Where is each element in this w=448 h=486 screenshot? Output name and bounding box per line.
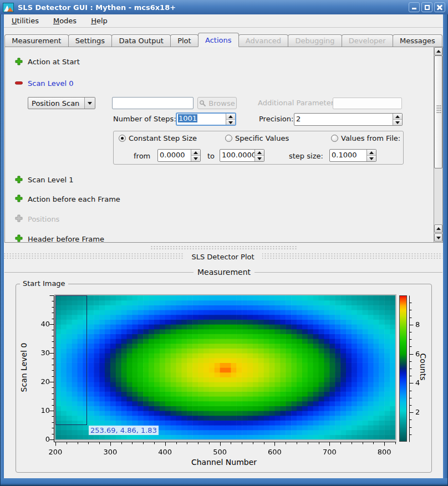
action-at-start-label[interactable]: Action at Start <box>28 58 80 66</box>
window-title: SLS Detector GUI : Mythen - mcs6x18+ <box>18 3 407 12</box>
chevron-down-icon <box>88 102 92 105</box>
spin-up-button[interactable] <box>255 150 264 155</box>
tab-messages[interactable]: Messages <box>393 34 442 47</box>
menu-modes[interactable]: Modes <box>49 16 81 26</box>
scan-file-input[interactable] <box>112 97 194 109</box>
expand-plus-icon[interactable] <box>14 234 23 243</box>
measurement-group-title: Measurement <box>0 268 448 277</box>
spin-down-button[interactable] <box>226 119 235 125</box>
step-size-spinbox[interactable]: 0.1000 <box>329 149 376 162</box>
browse-button[interactable]: Browse <box>197 97 237 109</box>
tab-plot[interactable]: Plot <box>170 34 198 47</box>
tab-data-output[interactable]: Data Output <box>111 34 171 47</box>
arrow-up-icon <box>369 151 374 154</box>
radio-specific-values[interactable] <box>225 135 232 142</box>
scrollbar-thumb[interactable] <box>434 55 442 168</box>
to-value: 100.0000 <box>220 150 254 161</box>
browse-label: Browse <box>208 99 235 108</box>
precision-spinbox[interactable]: 2 <box>294 113 403 126</box>
menu-utilities[interactable]: Utilities <box>7 16 43 26</box>
spin-down-button[interactable] <box>393 119 402 125</box>
arrow-up-icon <box>436 50 441 53</box>
tab-actions[interactable]: Actions <box>198 33 239 47</box>
number-of-steps-spinbox[interactable]: 1001 <box>176 112 236 126</box>
arrow-up-icon <box>395 115 400 118</box>
radio-constant-step-size-label[interactable]: Constant Step Size <box>129 134 197 143</box>
scrollbar-up-button[interactable] <box>434 47 442 55</box>
expand-plus-icon[interactable] <box>14 57 23 66</box>
scan-level-0-label[interactable]: Scan Level 0 <box>28 79 73 88</box>
menu-help[interactable]: Help <box>86 16 112 26</box>
step-size-label: step size: <box>289 152 323 161</box>
spin-up-button[interactable] <box>191 150 200 155</box>
spin-down-button[interactable] <box>191 155 200 161</box>
tab-advanced[interactable]: Advanced <box>238 34 289 47</box>
magnifier-icon <box>199 100 206 107</box>
arrow-up-icon <box>194 151 198 154</box>
tab-debugging[interactable]: Debugging <box>288 34 342 47</box>
axes-ticks-canvas <box>49 290 431 463</box>
actions-panel: Action at Start Scan Level 0 Position Sc… <box>4 47 443 243</box>
arrow-down-icon <box>194 157 198 160</box>
radio-constant-step-size[interactable] <box>119 135 126 142</box>
header-before-frame-label[interactable]: Header before Frame <box>28 235 104 243</box>
spin-down-button[interactable] <box>367 155 376 161</box>
tab-measurement[interactable]: Measurement <box>4 34 69 47</box>
scan-level-1-label[interactable]: Scan Level 1 <box>28 176 73 185</box>
arrow-down-icon <box>228 121 233 124</box>
spin-up-button[interactable] <box>393 114 402 119</box>
additional-parameter-input[interactable] <box>333 98 402 109</box>
x-tick-label: 400 <box>154 448 176 457</box>
close-button[interactable] <box>434 2 445 12</box>
x-tick-label: 200 <box>44 448 67 457</box>
expand-plus-icon[interactable] <box>14 175 23 184</box>
y-tick-label: 40 <box>31 320 50 329</box>
step-size-value: 0.1000 <box>330 150 366 161</box>
precision-value: 2 <box>294 114 393 125</box>
expand-plus-icon-disabled <box>14 214 23 223</box>
arrow-up-icon <box>257 151 262 154</box>
spin-up-button[interactable] <box>226 114 235 119</box>
combobox-dropdown-button[interactable] <box>84 98 95 109</box>
x-tick-label: 800 <box>373 448 395 457</box>
arrow-down-icon <box>257 157 262 160</box>
minimize-button[interactable] <box>409 2 420 12</box>
plot-dock-titlebar[interactable]: SLS Detector Plot <box>3 253 442 259</box>
scrollbar-down-button[interactable] <box>434 233 442 242</box>
y-tick-label: 0 <box>31 435 50 444</box>
scrollbar-grip <box>436 105 441 114</box>
collapse-minus-icon[interactable] <box>14 79 23 88</box>
radio-values-from-file[interactable] <box>331 135 338 142</box>
tab-bar: Measurement Settings Data Output Plot Ac… <box>4 32 442 47</box>
action-before-each-frame-label[interactable]: Action before each Frame <box>28 195 120 204</box>
x-tick-label: 300 <box>99 448 121 457</box>
maximize-button[interactable] <box>421 2 432 12</box>
arrow-down-icon <box>436 237 441 239</box>
splitter-handle[interactable] <box>150 245 298 249</box>
to-label: to <box>207 152 215 161</box>
zoom-selection-rect <box>55 295 87 425</box>
radio-values-from-file-label[interactable]: Values from File: <box>341 134 400 143</box>
plot-dock-title: SLS Detector Plot <box>184 253 262 262</box>
step-size-groupbox: Constant Step Size Specific Values Value… <box>113 131 404 165</box>
vertical-scrollbar[interactable] <box>434 47 442 242</box>
scrollbar-up-button-2[interactable] <box>434 224 442 233</box>
titlebar[interactable]: SLS Detector GUI : Mythen - mcs6x18+ <box>0 0 448 14</box>
spin-down-button[interactable] <box>255 155 264 161</box>
scan-mode-value: Position Scan <box>28 99 84 108</box>
spin-up-button[interactable] <box>367 150 376 155</box>
start-image-title: Start Image <box>20 279 68 288</box>
app-icon[interactable] <box>3 3 14 12</box>
colorbar-tick-label: 6 <box>415 350 420 359</box>
colorbar-tick-label: 4 <box>415 378 420 387</box>
tab-settings[interactable]: Settings <box>68 34 113 47</box>
scan-mode-combobox[interactable]: Position Scan <box>28 97 95 109</box>
app-window: SLS Detector GUI : Mythen - mcs6x18+ Uti… <box>0 0 448 486</box>
menubar: Utilities Modes Help <box>4 14 443 28</box>
expand-plus-icon[interactable] <box>14 194 23 203</box>
tab-developer[interactable]: Developer <box>342 34 393 47</box>
radio-specific-values-label[interactable]: Specific Values <box>235 134 289 143</box>
precision-label: Precision: <box>259 115 293 124</box>
to-spinbox[interactable]: 100.0000 <box>220 149 264 162</box>
from-spinbox[interactable]: 0.0000 <box>157 149 201 162</box>
